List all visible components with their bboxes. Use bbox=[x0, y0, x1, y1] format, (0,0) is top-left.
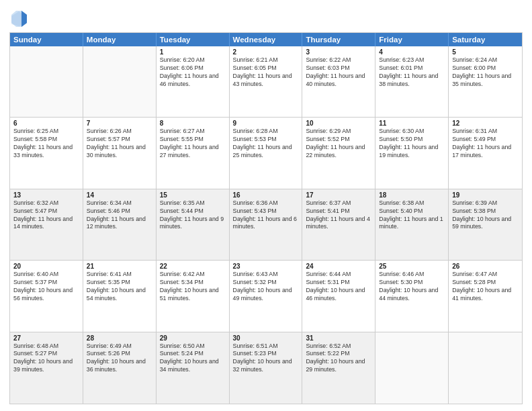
cell-info: Sunset: 5:47 PM bbox=[13, 208, 79, 216]
calendar-cell: 16Sunrise: 6:36 AMSunset: 5:43 PMDayligh… bbox=[230, 189, 303, 260]
cell-info: Daylight: 11 hours and 30 minutes. bbox=[87, 144, 152, 160]
calendar-cell: 25Sunrise: 6:46 AMSunset: 5:30 PMDayligh… bbox=[375, 261, 449, 331]
header bbox=[9, 7, 523, 28]
calendar-cell: 29Sunrise: 6:50 AMSunset: 5:24 PMDayligh… bbox=[157, 332, 230, 404]
cell-info: Daylight: 11 hours and 27 minutes. bbox=[160, 144, 226, 160]
calendar-cell: 31Sunrise: 6:52 AMSunset: 5:22 PMDayligh… bbox=[302, 332, 375, 404]
day-number: 10 bbox=[306, 120, 371, 127]
cell-info: Sunset: 6:01 PM bbox=[379, 64, 445, 73]
cell-info: Sunset: 5:46 PM bbox=[87, 208, 152, 216]
calendar-cell: 9Sunrise: 6:28 AMSunset: 5:53 PMDaylight… bbox=[230, 118, 303, 188]
cell-info: Sunset: 5:37 PM bbox=[13, 279, 79, 287]
calendar-cell: 22Sunrise: 6:42 AMSunset: 5:34 PMDayligh… bbox=[157, 261, 230, 331]
cell-info: Sunrise: 6:23 AM bbox=[379, 56, 445, 64]
calendar-cell: 17Sunrise: 6:37 AMSunset: 5:41 PMDayligh… bbox=[302, 189, 375, 260]
cell-info: Daylight: 11 hours and 12 minutes. bbox=[87, 216, 152, 232]
day-number: 6 bbox=[13, 120, 79, 127]
cell-info: Sunrise: 6:39 AM bbox=[452, 199, 519, 208]
cell-info: Sunset: 5:35 PM bbox=[87, 279, 152, 287]
calendar-cell bbox=[375, 332, 449, 404]
cell-info: Sunrise: 6:46 AM bbox=[379, 271, 445, 279]
cell-info: Sunrise: 6:42 AM bbox=[160, 271, 226, 279]
weekday-header: Sunday bbox=[10, 33, 83, 46]
weekday-header: Monday bbox=[83, 33, 157, 46]
day-number: 28 bbox=[87, 334, 152, 342]
calendar-cell: 23Sunrise: 6:43 AMSunset: 5:32 PMDayligh… bbox=[230, 261, 303, 331]
day-number: 12 bbox=[452, 120, 519, 127]
calendar-cell: 27Sunrise: 6:48 AMSunset: 5:27 PMDayligh… bbox=[10, 332, 83, 404]
cell-info: Sunset: 5:22 PM bbox=[306, 350, 371, 358]
cell-info: Daylight: 10 hours and 51 minutes. bbox=[160, 287, 226, 303]
calendar-header: SundayMondayTuesdayWednesdayThursdayFrid… bbox=[10, 33, 522, 46]
calendar: SundayMondayTuesdayWednesdayThursdayFrid… bbox=[9, 32, 523, 404]
calendar-cell: 19Sunrise: 6:39 AMSunset: 5:38 PMDayligh… bbox=[449, 189, 522, 260]
cell-info: Daylight: 10 hours and 46 minutes. bbox=[306, 287, 371, 303]
day-number: 16 bbox=[233, 191, 299, 199]
cell-info: Daylight: 10 hours and 29 minutes. bbox=[306, 358, 371, 374]
calendar-cell: 14Sunrise: 6:34 AMSunset: 5:46 PMDayligh… bbox=[83, 189, 157, 260]
cell-info: Daylight: 11 hours and 25 minutes. bbox=[233, 144, 299, 160]
calendar-cell: 26Sunrise: 6:47 AMSunset: 5:28 PMDayligh… bbox=[449, 261, 522, 331]
cell-info: Sunset: 5:41 PM bbox=[306, 208, 371, 216]
cell-info: Sunrise: 6:50 AM bbox=[160, 342, 226, 351]
cell-info: Sunset: 6:06 PM bbox=[160, 64, 226, 73]
day-number: 31 bbox=[306, 334, 371, 342]
calendar-cell: 2Sunrise: 6:21 AMSunset: 6:05 PMDaylight… bbox=[230, 46, 303, 117]
calendar-cell: 15Sunrise: 6:35 AMSunset: 5:44 PMDayligh… bbox=[157, 189, 230, 260]
day-number: 14 bbox=[87, 191, 152, 199]
cell-info: Sunrise: 6:51 AM bbox=[233, 342, 299, 351]
cell-info: Sunrise: 6:24 AM bbox=[452, 56, 519, 64]
cell-info: Sunset: 6:05 PM bbox=[233, 64, 299, 73]
day-number: 11 bbox=[379, 120, 445, 127]
cell-info: Sunset: 5:26 PM bbox=[87, 350, 152, 358]
day-number: 4 bbox=[379, 48, 445, 56]
cell-info: Sunset: 5:57 PM bbox=[87, 136, 152, 144]
logo bbox=[9, 9, 31, 28]
cell-info: Daylight: 11 hours and 38 minutes. bbox=[379, 73, 445, 89]
logo-icon bbox=[9, 9, 28, 28]
cell-info: Daylight: 11 hours and 40 minutes. bbox=[306, 73, 371, 89]
cell-info: Sunrise: 6:30 AM bbox=[379, 128, 445, 136]
calendar-cell: 28Sunrise: 6:49 AMSunset: 5:26 PMDayligh… bbox=[83, 332, 157, 404]
cell-info: Daylight: 11 hours and 46 minutes. bbox=[160, 73, 226, 89]
calendar-cell: 12Sunrise: 6:31 AMSunset: 5:49 PMDayligh… bbox=[449, 118, 522, 188]
cell-info: Daylight: 10 hours and 39 minutes. bbox=[13, 358, 79, 374]
cell-info: Daylight: 10 hours and 36 minutes. bbox=[87, 358, 152, 374]
day-number: 20 bbox=[13, 263, 79, 270]
day-number: 23 bbox=[233, 263, 299, 270]
calendar-row: 6Sunrise: 6:25 AMSunset: 5:58 PMDaylight… bbox=[10, 118, 522, 189]
cell-info: Daylight: 11 hours and 4 minutes. bbox=[306, 216, 371, 232]
calendar-cell bbox=[449, 332, 522, 404]
cell-info: Sunset: 6:00 PM bbox=[452, 64, 519, 73]
day-number: 21 bbox=[87, 263, 152, 270]
cell-info: Sunrise: 6:38 AM bbox=[379, 199, 445, 208]
cell-info: Sunset: 5:40 PM bbox=[379, 208, 445, 216]
calendar-cell: 11Sunrise: 6:30 AMSunset: 5:50 PMDayligh… bbox=[375, 118, 449, 188]
day-number: 2 bbox=[233, 48, 299, 56]
cell-info: Sunset: 6:03 PM bbox=[306, 64, 371, 73]
weekday-header: Thursday bbox=[302, 33, 375, 46]
day-number: 22 bbox=[160, 263, 226, 270]
day-number: 26 bbox=[452, 263, 519, 270]
cell-info: Sunrise: 6:40 AM bbox=[13, 271, 79, 279]
weekday-header: Saturday bbox=[449, 33, 522, 46]
calendar-cell: 6Sunrise: 6:25 AMSunset: 5:58 PMDaylight… bbox=[10, 118, 83, 188]
cell-info: Sunset: 5:34 PM bbox=[160, 279, 226, 287]
cell-info: Sunset: 5:58 PM bbox=[13, 136, 79, 144]
cell-info: Daylight: 10 hours and 54 minutes. bbox=[87, 287, 152, 303]
cell-info: Sunrise: 6:22 AM bbox=[306, 56, 371, 64]
cell-info: Sunrise: 6:49 AM bbox=[87, 342, 152, 351]
cell-info: Sunset: 5:38 PM bbox=[452, 208, 519, 216]
day-number: 19 bbox=[452, 191, 519, 199]
cell-info: Sunset: 5:23 PM bbox=[233, 350, 299, 358]
day-number: 8 bbox=[160, 120, 226, 127]
cell-info: Daylight: 10 hours and 59 minutes. bbox=[452, 216, 519, 232]
day-number: 1 bbox=[160, 48, 226, 56]
cell-info: Sunset: 5:32 PM bbox=[233, 279, 299, 287]
cell-info: Daylight: 10 hours and 49 minutes. bbox=[233, 287, 299, 303]
cell-info: Sunrise: 6:20 AM bbox=[160, 56, 226, 64]
day-number: 17 bbox=[306, 191, 371, 199]
cell-info: Daylight: 11 hours and 17 minutes. bbox=[452, 144, 519, 160]
day-number: 9 bbox=[233, 120, 299, 127]
day-number: 25 bbox=[379, 263, 445, 270]
